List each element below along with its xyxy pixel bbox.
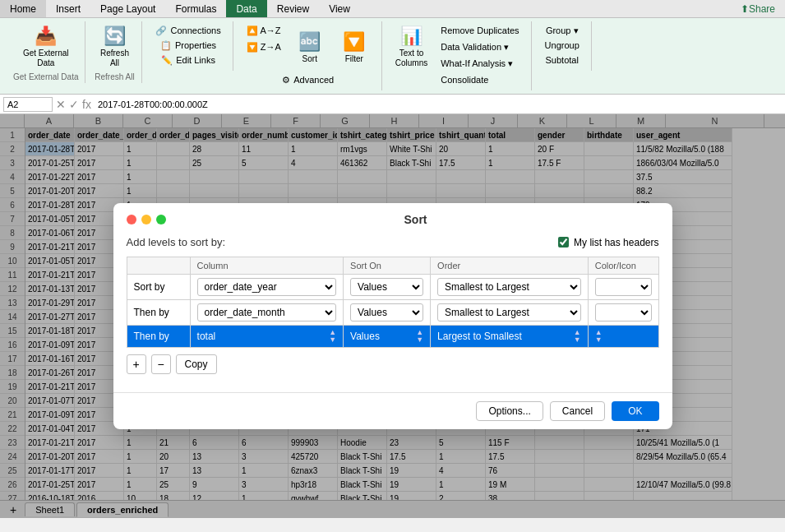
menu-data[interactable]: Data (226, 0, 266, 17)
minimize-window-button[interactable] (141, 215, 151, 224)
add-levels-label: Add levels to sort by: (127, 236, 226, 248)
cell-reference-input[interactable] (3, 97, 53, 112)
cancel-button[interactable]: Cancel (550, 401, 605, 421)
sort-level-2-column[interactable]: order_date_month (190, 300, 343, 326)
sort-level-3[interactable]: Then by total ▲▼ Values ▲▼ (127, 326, 658, 348)
sort-button[interactable]: 🔤 Sort (289, 23, 330, 71)
copy-level-button[interactable]: Copy (176, 354, 217, 374)
sort-level-1-label: Sort by (127, 275, 190, 300)
options-button[interactable]: Options... (476, 401, 543, 421)
sort-level-3-sort-on-value: Values (350, 331, 414, 342)
sort-level-2-sort-on-select[interactable]: Values (350, 303, 423, 322)
formula-divider: ✕ (56, 98, 66, 111)
sort-level-3-color[interactable]: ▲▼ (588, 326, 658, 348)
connections-label: Connections (170, 25, 220, 35)
th-column: Column (190, 257, 343, 275)
ungroup-button[interactable]: Ungroup (540, 38, 584, 53)
formula-fx: fx (82, 98, 91, 111)
sort-level-3-sort-on[interactable]: Values ▲▼ (344, 326, 431, 348)
sort-level-2: Then by order_date_month Values (127, 300, 658, 326)
sort-level-3-column-arrow[interactable]: ▲▼ (329, 329, 336, 344)
maximize-window-button[interactable] (156, 215, 166, 224)
my-list-headers-row: My list has headers (558, 237, 658, 248)
edit-links-icon: ✏️ (161, 55, 173, 66)
data-validation-button[interactable]: Data Validation ▾ (436, 39, 524, 54)
share-button[interactable]: ⬆ Share (731, 0, 785, 17)
ribbon-group-data-tools: 📊 Text toColumns Remove Duplicates Data … (384, 21, 532, 90)
subtotal-button[interactable]: Subtotal (541, 53, 584, 67)
group-button[interactable]: Group ▾ (541, 23, 584, 38)
sort-level-3-sort-on-arrow[interactable]: ▲▼ (416, 329, 423, 344)
advanced-filter-button[interactable]: ⚙ Advanced (277, 72, 339, 87)
dialog-traffic-lights (127, 215, 166, 224)
menu-view[interactable]: View (319, 0, 360, 17)
get-external-label: Get ExternalData (23, 49, 69, 68)
refresh-all-button[interactable]: 🔄 RefreshAll (94, 23, 135, 71)
sort-level-1: Sort by order_date_year (127, 275, 658, 300)
sort-level-1-column-select[interactable]: order_date_year (197, 278, 336, 296)
sort-level-1-order-select[interactable]: Smallest to Largest (437, 278, 581, 296)
sort-level-2-order[interactable]: Smallest to Largest (431, 300, 589, 326)
my-list-headers-checkbox[interactable] (558, 237, 569, 247)
sort-level-2-column-select[interactable]: order_date_month (197, 303, 336, 322)
filter-label: Filter (345, 54, 363, 63)
close-window-button[interactable] (127, 215, 136, 224)
sort-level-3-order[interactable]: Largest to Smallest ▲▼ (431, 326, 589, 348)
filter-icon: 🔽 (343, 31, 365, 53)
menu-formulas[interactable]: Formulas (165, 0, 226, 17)
menu-home[interactable]: Home (0, 0, 46, 17)
sort-level-1-sort-on[interactable]: Values (344, 275, 431, 300)
sort-level-2-color[interactable] (588, 300, 658, 326)
sort-level-1-column[interactable]: order_date_year (190, 275, 343, 300)
text-columns-label: Text toColumns (395, 49, 427, 68)
group-label-external: Get External Data (13, 71, 78, 81)
sort-level-2-label: Then by (127, 300, 190, 326)
group-label-refresh: Refresh All (95, 71, 134, 81)
properties-button[interactable]: 📋 Properties (155, 38, 221, 53)
sort-level-2-sort-on[interactable]: Values (344, 300, 431, 326)
sort-level-1-color-select[interactable] (595, 278, 652, 296)
what-if-button[interactable]: What-If Analysis ▾ (436, 56, 524, 71)
sort-level-3-label: Then by (127, 326, 190, 348)
text-to-columns-button[interactable]: 📊 Text toColumns (390, 23, 432, 71)
remove-level-button[interactable]: − (151, 354, 171, 374)
consolidate-button[interactable]: Consolidate (436, 72, 524, 87)
sort-level-3-column[interactable]: total ▲▼ (190, 326, 343, 348)
ribbon-group-external: 📥 Get ExternalData Get External Data (7, 21, 85, 83)
sort-az-button[interactable]: 🔼 A→Z (242, 23, 286, 38)
dialog-title: Sort (173, 213, 659, 226)
sort-level-1-order[interactable]: Smallest to Largest (431, 275, 589, 300)
sort-za-button[interactable]: 🔽 Z→A (242, 39, 286, 54)
sort-level-2-order-select[interactable]: Smallest to Largest (437, 303, 581, 322)
my-list-headers-label: My list has headers (574, 237, 658, 248)
ribbon-group-outline: Group ▾ Ungroup Subtotal (533, 21, 592, 71)
edit-links-button[interactable]: ✏️ Edit Links (156, 53, 220, 67)
dialog-overlay: Sort Add levels to sort by: My list has … (0, 114, 785, 518)
connections-button[interactable]: 🔗 Connections (150, 23, 225, 38)
menu-review[interactable]: Review (267, 0, 319, 17)
sort-level-1-color[interactable] (588, 275, 658, 300)
sort-level-1-sort-on-select[interactable]: Values (350, 278, 423, 296)
sort-icon: 🔤 (298, 31, 321, 53)
get-external-icon: 📥 (35, 25, 57, 47)
refresh-icon: 🔄 (104, 25, 126, 47)
sort-levels-table: Column Sort On Order Color/Icon Sort by (127, 257, 659, 348)
sort-action-buttons: + − Copy (127, 354, 659, 374)
get-external-data-button[interactable]: 📥 Get ExternalData (18, 23, 74, 71)
sort-level-3-order-arrow[interactable]: ▲▼ (574, 329, 581, 344)
sort-level-3-color-arrow[interactable]: ▲▼ (595, 329, 652, 344)
ok-button[interactable]: OK (612, 401, 658, 421)
menu-page-layout[interactable]: Page Layout (90, 0, 165, 17)
add-level-button[interactable]: + (127, 354, 146, 374)
properties-label: Properties (175, 40, 216, 50)
sort-level-2-color-select[interactable] (595, 303, 652, 322)
filter-button[interactable]: 🔽 Filter (334, 23, 375, 71)
formula-input[interactable] (95, 99, 782, 109)
refresh-label: RefreshAll (100, 49, 129, 68)
sort-label: Sort (302, 54, 317, 63)
ribbon-group-connections: 🔗 Connections 📋 Properties ✏️ Edit Links (144, 21, 233, 71)
remove-duplicates-button[interactable]: Remove Duplicates (436, 23, 524, 38)
menu-insert[interactable]: Insert (46, 0, 90, 17)
spreadsheet: A B C D E F G H I J K L M N 1 2 3 4 5 6 … (0, 114, 785, 518)
sort-level-3-column-value: total (197, 331, 328, 342)
